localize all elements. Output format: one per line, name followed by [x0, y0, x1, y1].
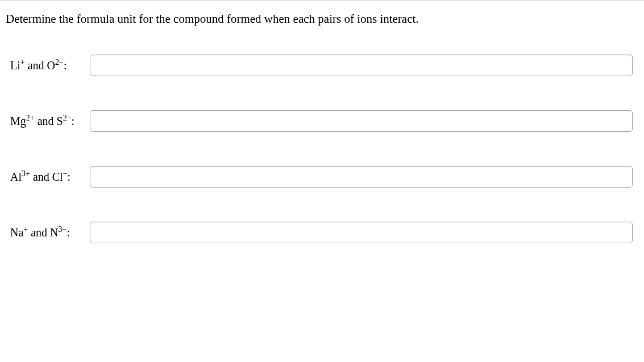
answer-input-4[interactable]	[90, 222, 633, 243]
ion-pair-label-2: Mg2+ and S2−:	[10, 115, 90, 128]
input-row: Na+ and N3−:	[6, 222, 638, 243]
ion-pair-label-1: Li+ and O2−:	[10, 59, 90, 72]
answer-input-2[interactable]	[90, 110, 633, 132]
answer-input-1[interactable]	[90, 55, 633, 76]
input-row: Li+ and O2−:	[6, 55, 638, 76]
ion-pair-label-3: Al3+ and Cl−:	[10, 170, 90, 184]
input-row: Mg2+ and S2−:	[6, 110, 638, 132]
input-row: Al3+ and Cl−:	[6, 166, 638, 188]
answer-input-3[interactable]	[90, 166, 633, 188]
ion-pair-label-4: Na+ and N3−:	[10, 226, 90, 239]
question-prompt: Determine the formula unit for the compo…	[6, 12, 638, 26]
question-container: Determine the formula unit for the compo…	[0, 0, 644, 283]
